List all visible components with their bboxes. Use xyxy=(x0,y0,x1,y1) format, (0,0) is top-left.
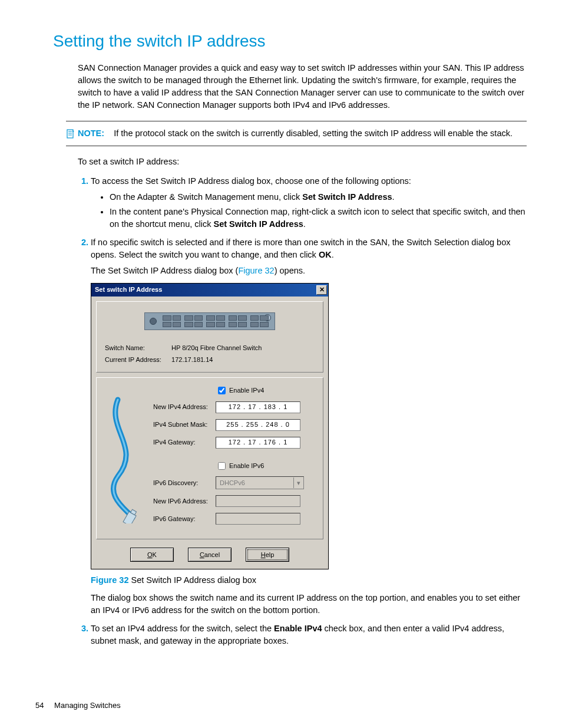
switch-hardware-image xyxy=(144,312,275,330)
figure-label: Figure 32 xyxy=(91,575,128,585)
ok-button[interactable]: OK xyxy=(130,548,174,562)
step-2: If no specific switch is selected and if… xyxy=(91,236,527,617)
page-number: 54 xyxy=(35,701,44,710)
ethernet-cable-image xyxy=(97,378,151,539)
page-heading: Setting the switch IP address xyxy=(53,29,527,54)
ipv6-address-label: New IPv6 Address: xyxy=(153,497,216,506)
step-3: To set an IPv4 address for the switch, s… xyxy=(91,622,527,647)
ipv4-address-input[interactable]: 172 . 17 . 183 . 1 xyxy=(216,401,300,413)
ipv6-discovery-label: IPv6 Discovery: xyxy=(153,479,216,488)
cancel-underline: C xyxy=(200,551,204,558)
step-3-pre: To set an IPv4 address for the switch, s… xyxy=(91,624,274,633)
ipv6-gateway-input[interactable] xyxy=(216,513,300,525)
step-1-bullet-2-pre: In the content pane's Physical Connectio… xyxy=(110,207,525,229)
note-text xyxy=(107,129,114,138)
figure-link[interactable]: Figure 32 xyxy=(238,266,274,275)
switch-name-value: HP 8/20q Fibre Channel Switch xyxy=(171,344,262,351)
ipv4-gateway-label: IPv4 Gateway: xyxy=(153,438,216,447)
step-1: To access the Set Switch IP Address dial… xyxy=(91,175,527,230)
step-1-bullet-2: In the content pane's Physical Connectio… xyxy=(110,206,527,230)
ipv4-gateway-input[interactable]: 172 . 17 . 176 . 1 xyxy=(216,437,300,449)
figure-caption: Set Switch IP Address dialog box xyxy=(128,575,256,585)
step-1-bullet-2-bold: Set Switch IP Address xyxy=(214,219,303,229)
step-2-sub-pre: The Set Switch IP Address dialog box ( xyxy=(91,266,238,275)
step-2-post: . xyxy=(332,250,334,259)
current-ip-label: Current IP Address: xyxy=(105,355,170,365)
dialog-titlebar: Set switch IP Address ✕ xyxy=(91,284,328,297)
switch-info-panel: Switch Name: HP 8/20q Fibre Channel Swit… xyxy=(96,301,323,373)
note-label: NOTE: xyxy=(78,129,104,138)
enable-ipv4-label: Enable IPv4 xyxy=(229,386,264,396)
lead-text: To set a switch IP address: xyxy=(78,156,527,168)
dialog-title: Set switch IP Address xyxy=(95,285,162,295)
step-3-bold: Enable IPv4 xyxy=(274,624,322,633)
ipv4-mask-label: IPv4 Subnet Mask: xyxy=(153,420,216,430)
ipv4-address-label: New IPv4 Address: xyxy=(153,403,216,412)
section-name: Managing Switches xyxy=(54,701,121,710)
after-figure-text: The dialog box shows the switch name and… xyxy=(91,592,527,617)
step-1-bullet-1-post: . xyxy=(392,192,395,202)
cancel-button[interactable]: Cancel xyxy=(188,548,232,562)
switch-name-label: Switch Name: xyxy=(105,344,170,353)
chevron-down-icon: ▾ xyxy=(293,477,303,488)
step-2-pre: If no specific switch is selected and if… xyxy=(91,238,510,259)
step-1-bullet-1-pre: On the Adapter & Switch Management menu,… xyxy=(110,192,302,202)
step-1-bullet-1-bold: Set Switch IP Address xyxy=(302,192,392,202)
enable-ipv4-checkbox[interactable] xyxy=(218,387,226,394)
ipv4-mask-input[interactable]: 255 . 255 . 248 . 0 xyxy=(216,419,300,431)
step-1-text: To access the Set Switch IP Address dial… xyxy=(91,176,411,186)
svg-rect-0 xyxy=(67,130,73,138)
note-body: If the protocol stack on the switch is c… xyxy=(114,129,513,138)
ipv6-address-input[interactable] xyxy=(216,495,300,507)
help-button[interactable]: Help xyxy=(246,548,289,562)
enable-ipv6-label: Enable IPv6 xyxy=(229,462,264,471)
set-switch-ip-dialog: Set switch IP Address ✕ xyxy=(91,283,329,570)
note-icon xyxy=(66,129,75,142)
step-2-sub-post: ) opens. xyxy=(275,266,305,275)
step-1-bullet-2-post: . xyxy=(303,219,306,229)
ipv6-discovery-value: DHCPv6 xyxy=(220,479,245,488)
note-block: NOTE: If the protocol stack on the switc… xyxy=(66,121,527,146)
ipv6-discovery-select[interactable]: DHCPv6 ▾ xyxy=(216,476,304,489)
help-underline: H xyxy=(261,551,266,558)
enable-ipv6-checkbox[interactable] xyxy=(218,462,226,470)
page-footer: 54 Managing Switches xyxy=(35,700,121,711)
ipv6-gateway-label: IPv6 Gateway: xyxy=(153,515,216,524)
intro-paragraph: SAN Connection Manager provides a quick … xyxy=(78,62,527,111)
current-ip-value: 172.17.181.14 xyxy=(171,356,213,363)
ok-underline: O xyxy=(147,551,153,558)
step-2-bold: OK xyxy=(319,250,332,259)
step-1-bullet-1: On the Adapter & Switch Management menu,… xyxy=(110,191,527,203)
close-icon[interactable]: ✕ xyxy=(316,285,327,295)
ip-form-panel: Enable IPv4 New IPv4 Address: 172 . 17 .… xyxy=(96,377,323,540)
